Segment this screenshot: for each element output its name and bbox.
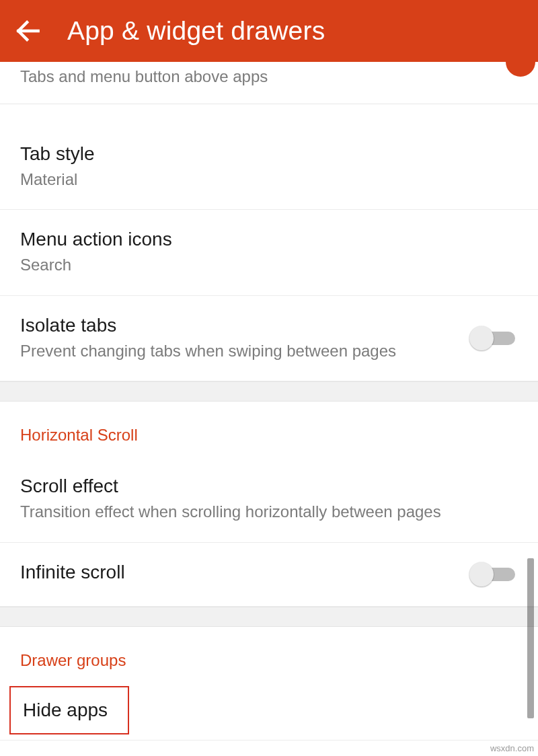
section-divider <box>0 381 538 402</box>
toggle-switch-off[interactable] <box>469 325 518 352</box>
setting-hide-apps[interactable]: Hide apps <box>0 682 538 741</box>
scrollbar-thumb-icon[interactable] <box>527 558 534 718</box>
setting-scroll-effect[interactable]: Scroll effect Transition effect when scr… <box>0 457 538 542</box>
setting-title: Menu action icons <box>20 229 518 250</box>
section-divider <box>0 607 538 627</box>
setting-title: Infinite scroll <box>20 562 518 583</box>
spacer <box>0 104 538 124</box>
highlight-box: Hide apps <box>9 686 129 734</box>
watermark: wsxdn.com <box>490 743 534 753</box>
setting-value: Material <box>20 169 518 190</box>
setting-subtitle: Prevent changing tabs when swiping betwe… <box>20 340 518 362</box>
section-header-drawer-groups: Drawer groups <box>0 627 538 682</box>
switch-thumb-icon <box>469 562 494 587</box>
setting-isolate-tabs[interactable]: Isolate tabs Prevent changing tabs when … <box>0 296 538 381</box>
setting-value: Search <box>20 254 518 276</box>
setting-title: Tab style <box>20 143 518 165</box>
setting-title: Hide apps <box>23 700 108 721</box>
setting-title: Scroll effect <box>20 476 518 497</box>
toolbar: App & widget drawers <box>0 0 538 62</box>
back-arrow-icon[interactable] <box>13 16 43 46</box>
setting-subtitle: Transition effect when scrolling horizon… <box>20 501 518 523</box>
setting-subtitle: Tabs and menu button above apps <box>20 67 518 86</box>
setting-tabs-menu-partial[interactable]: Tabs and menu button above apps <box>0 62 538 104</box>
setting-title: Isolate tabs <box>20 315 518 336</box>
setting-tab-style[interactable]: Tab style Material <box>0 124 538 210</box>
switch-thumb-icon <box>469 326 494 350</box>
page-title: App & widget drawers <box>67 16 325 46</box>
setting-menu-action-icons[interactable]: Menu action icons Search <box>0 210 538 295</box>
setting-infinite-scroll[interactable]: Infinite scroll <box>0 543 538 607</box>
toggle-switch-off[interactable] <box>469 561 518 588</box>
section-header-horizontal-scroll: Horizontal Scroll <box>0 402 538 457</box>
